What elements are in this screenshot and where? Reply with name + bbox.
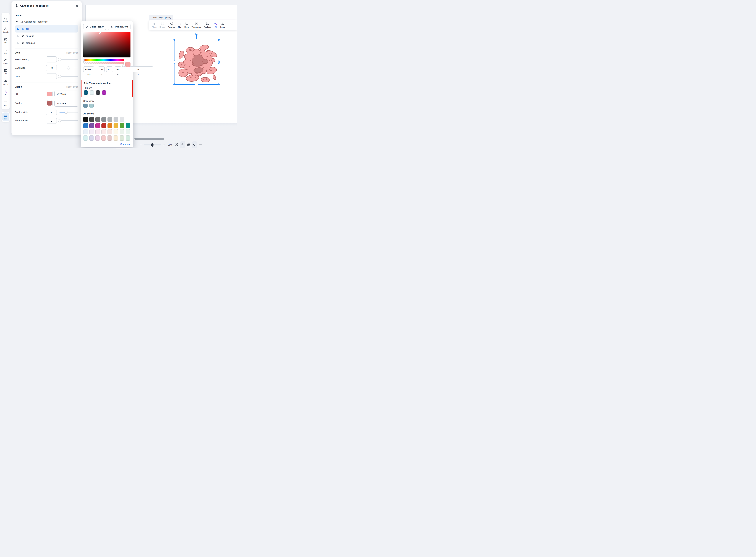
color-swatch[interactable] — [108, 117, 112, 122]
color-swatch[interactable] — [101, 123, 106, 128]
color-swatch[interactable] — [114, 123, 118, 128]
fill-hex-input[interactable] — [54, 91, 78, 97]
horizontal-scrollbar[interactable] — [135, 138, 164, 140]
snap-to-center-button[interactable] — [180, 141, 185, 148]
b-input[interactable] — [115, 66, 121, 72]
resize-handle-w[interactable] — [174, 60, 175, 64]
resize-handle-nw[interactable] — [173, 39, 175, 41]
lock-button[interactable]: Lock — [219, 22, 226, 29]
color-swatch[interactable] — [108, 129, 112, 135]
reset-styles-link[interactable]: Reset styles — [66, 52, 78, 54]
resize-handle-n[interactable] — [195, 39, 198, 40]
r-input[interactable] — [98, 66, 105, 72]
g-input[interactable] — [106, 66, 113, 72]
transparent-button[interactable]: Transparent — [108, 24, 130, 30]
layer-row-cell[interactable]: cell — [15, 25, 78, 32]
resize-handle-sw[interactable] — [173, 84, 175, 85]
color-swatch[interactable] — [126, 117, 130, 122]
alpha-handle[interactable] — [122, 64, 124, 67]
color-swatch[interactable] — [83, 117, 88, 122]
color-swatch[interactable] — [114, 129, 118, 135]
glow-slider[interactable] — [59, 75, 78, 78]
color-swatch[interactable] — [108, 123, 112, 128]
transform-button[interactable]: Transform — [191, 22, 202, 29]
resize-handle-s[interactable] — [195, 84, 198, 85]
border-swatch-button[interactable] — [47, 100, 53, 106]
rotate-handle[interactable] — [195, 32, 199, 36]
color-swatch[interactable] — [95, 117, 100, 122]
see-more-link[interactable]: See more — [83, 143, 130, 145]
resize-handle-ne[interactable] — [218, 39, 220, 41]
layer-row-granules[interactable]: granules — [15, 39, 78, 47]
flip-button[interactable]: Flip — [177, 22, 183, 29]
chevron-down-icon[interactable] — [16, 21, 18, 23]
layer-row-root[interactable]: Cancer cell (apoptosis) — [15, 18, 78, 25]
selection-box[interactable] — [174, 39, 219, 85]
resize-handle-e[interactable] — [218, 60, 220, 64]
saturation-value-area[interactable] — [83, 32, 130, 57]
zoom-in-button[interactable] — [162, 141, 166, 148]
color-swatch[interactable] — [101, 117, 106, 122]
ruler-button[interactable] — [192, 141, 197, 148]
color-swatch[interactable] — [102, 90, 106, 95]
color-swatch[interactable] — [101, 136, 106, 141]
border-hex-input[interactable] — [54, 100, 78, 107]
crop-button[interactable]: Crop — [183, 22, 190, 29]
saturation-slider[interactable] — [59, 66, 78, 69]
hue-slider[interactable] — [83, 59, 124, 61]
color-swatch[interactable] — [83, 136, 88, 141]
fill-swatch-button[interactable] — [47, 91, 53, 97]
glow-input[interactable] — [46, 73, 57, 79]
color-swatch[interactable] — [84, 90, 88, 95]
color-swatch[interactable] — [89, 136, 94, 141]
group-button[interactable]: Group — [158, 22, 166, 29]
color-swatch[interactable] — [126, 123, 130, 128]
color-swatch[interactable] — [120, 129, 124, 135]
sidebar-item-more[interactable]: More — [1, 98, 10, 108]
hex-input[interactable] — [83, 66, 94, 72]
sidebar-item-uploads[interactable]: Uploads — [1, 25, 10, 35]
align-button[interactable]: Align — [151, 22, 158, 29]
color-swatch[interactable] — [101, 129, 106, 135]
sidebar-item-lines[interactable]: Lines — [1, 46, 10, 56]
arrange-button[interactable]: Arrange — [167, 22, 176, 29]
color-swatch[interactable] — [95, 129, 100, 135]
transparency-input[interactable] — [46, 56, 57, 62]
sidebar-item-search[interactable]: Search — [1, 14, 10, 25]
color-swatch[interactable] — [126, 136, 130, 141]
color-swatch[interactable] — [89, 117, 94, 122]
toolbar-ai-button[interactable]: AI — [212, 22, 219, 29]
replace-button[interactable]: Replace — [202, 22, 212, 29]
sidebar-item-text[interactable]: Text — [1, 35, 10, 46]
a-input[interactable] — [123, 66, 153, 72]
color-swatch[interactable] — [89, 129, 94, 135]
sidebar-item-ai[interactable]: AI — [1, 87, 10, 98]
color-swatch[interactable] — [120, 136, 124, 141]
saturation-value-handle[interactable] — [99, 32, 101, 34]
border-width-input[interactable] — [46, 109, 57, 115]
sidebar-item-shapes[interactable]: Shapes — [1, 56, 10, 66]
border-dash-input[interactable] — [46, 118, 57, 124]
zoom-slider-handle[interactable] — [151, 143, 154, 147]
zoom-level[interactable]: 89% — [167, 144, 173, 146]
color-swatch[interactable] — [83, 104, 88, 108]
color-swatch[interactable] — [95, 136, 100, 141]
close-icon[interactable] — [76, 4, 78, 7]
color-swatch[interactable] — [90, 90, 94, 95]
color-swatch[interactable] — [108, 136, 112, 141]
cancel-button[interactable]: Cancel — [97, 148, 113, 148]
reset-styles-link[interactable]: Reset styles — [66, 86, 78, 88]
saturation-input[interactable] — [46, 65, 57, 71]
resize-handle-se[interactable] — [218, 84, 220, 85]
sidebar-item-edit[interactable]: Edit — [2, 113, 9, 121]
color-swatch[interactable] — [114, 136, 118, 141]
transparency-slider[interactable] — [59, 58, 78, 61]
sidebar-item-table[interactable]: Table — [1, 66, 10, 77]
color-swatch[interactable] — [120, 117, 124, 122]
grid-toggle-button[interactable] — [186, 141, 191, 148]
color-swatch[interactable] — [96, 90, 100, 95]
color-swatch[interactable] — [126, 129, 130, 135]
zoom-slider[interactable] — [144, 144, 161, 145]
border-width-slider[interactable] — [59, 111, 78, 114]
color-picker-button[interactable]: Color Picker — [83, 24, 106, 30]
